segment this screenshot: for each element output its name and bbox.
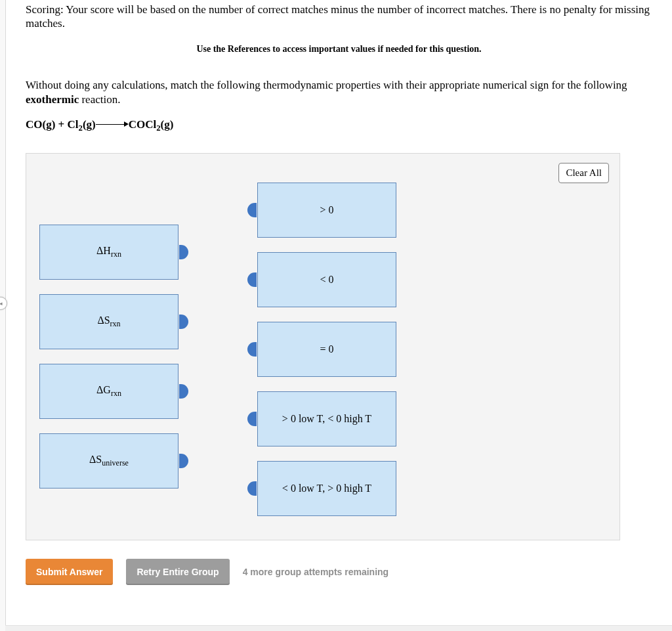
drag-connector-icon[interactable] [247, 342, 257, 357]
tile-text: > 0 [320, 204, 333, 216]
tile-subscript: rxn [111, 389, 121, 398]
attempts-remaining: 4 more group attempts remaining [243, 567, 388, 577]
signs-column: > 0 < 0 = 0 > 0 low T, < 0 high T [257, 183, 396, 516]
drag-connector-icon[interactable] [247, 203, 257, 217]
properties-column: ΔHrxn ΔSrxn ΔGrxn ΔSuniverse [39, 225, 178, 516]
tile-symbol: ΔG [96, 384, 111, 395]
drag-connector-icon[interactable] [247, 272, 257, 287]
tile-subscript: rxn [111, 250, 121, 259]
prompt-text-b: reaction. [79, 93, 120, 106]
sign-tile-gt0[interactable]: > 0 [257, 183, 396, 238]
equation-rhs-tail: (g) [161, 118, 174, 131]
tile-text: < 0 low T, > 0 high T [282, 483, 371, 494]
tile-text: < 0 [320, 274, 333, 286]
question-prompt: Without doing any calculations, match th… [26, 78, 652, 107]
matching-board: Clear All ΔHrxn ΔSrxn ΔGrxn [26, 153, 620, 540]
drag-connector-icon[interactable] [179, 384, 188, 399]
tile-symbol: ΔS [89, 454, 102, 465]
drag-connector-icon[interactable] [247, 412, 257, 426]
tile-symbol: ΔS [97, 315, 110, 326]
property-tile-delta-s[interactable]: ΔSrxn [39, 294, 178, 349]
retry-group-button[interactable]: Retry Entire Group [126, 559, 229, 585]
tile-subscript: rxn [110, 319, 121, 328]
equation-rhs: COCl [129, 118, 157, 131]
bottom-scroll-gutter [5, 625, 672, 631]
submit-answer-button[interactable]: Submit Answer [26, 559, 113, 585]
drag-connector-icon[interactable] [179, 454, 188, 468]
equation-lhs-tail: (g) [83, 118, 96, 131]
property-tile-delta-s-universe[interactable]: ΔSuniverse [39, 433, 178, 489]
sign-tile-eq0[interactable]: = 0 [257, 322, 396, 377]
tile-text: > 0 low T, < 0 high T [282, 413, 371, 425]
prompt-text-a: Without doing any calculations, match th… [26, 79, 627, 91]
left-scroll-gutter: ◂ [0, 0, 6, 631]
drag-connector-icon[interactable] [247, 481, 257, 496]
sign-tile-lt0[interactable]: < 0 [257, 252, 396, 307]
tile-symbol: ΔH [96, 245, 111, 256]
scoring-text: Scoring: Your score will be based on the… [26, 3, 652, 31]
clear-all-button[interactable]: Clear All [558, 163, 609, 183]
references-note: Use the References to access important v… [26, 44, 652, 54]
equation-lhs: CO(g) + Cl [26, 118, 79, 131]
sign-tile-temp-b[interactable]: < 0 low T, > 0 high T [257, 461, 396, 516]
action-bar: Submit Answer Retry Entire Group 4 more … [26, 559, 652, 585]
property-tile-delta-h[interactable]: ΔHrxn [39, 225, 178, 280]
drag-connector-icon[interactable] [179, 315, 188, 329]
property-tile-delta-g[interactable]: ΔGrxn [39, 364, 178, 419]
reaction-equation: CO(g) + Cl2(g)COCl2(g) [26, 118, 652, 133]
tile-text: = 0 [320, 343, 333, 355]
sign-tile-temp-a[interactable]: > 0 low T, < 0 high T [257, 391, 396, 446]
prompt-bold: exothermic [26, 93, 79, 106]
drag-connector-icon[interactable] [179, 245, 188, 259]
tile-subscript: universe [102, 458, 129, 468]
